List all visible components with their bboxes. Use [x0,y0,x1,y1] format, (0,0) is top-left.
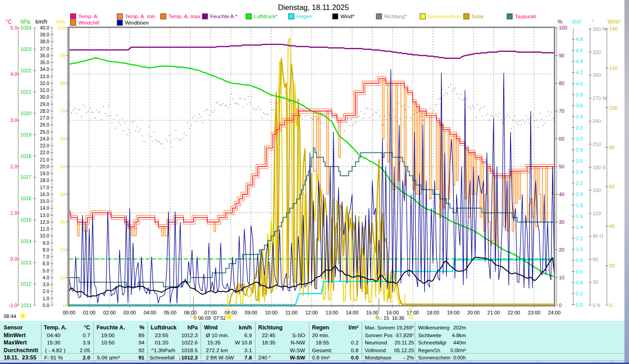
svg-text:4.6: 4.6 [576,48,583,53]
svg-text:33.0: 33.0 [40,74,50,79]
svg-text:2 Bft W-SW: 2 Bft W-SW [206,354,234,361]
svg-text:km/h: km/h [36,19,47,25]
svg-text:18.0: 18.0 [40,177,50,183]
svg-text:1022.6: 1022.6 [181,339,198,346]
svg-text:°: ° [592,19,594,25]
svg-text:89: 89 [138,332,144,339]
svg-text:0.0l/m²: 0.0l/m² [450,348,466,353]
svg-text:38.0: 38.0 [40,39,50,44]
svg-text:06:09 07:52: 06:09 07:52 [198,315,226,321]
svg-text:23:55: 23:55 [155,332,169,339]
svg-text:3.0: 3.0 [10,117,17,123]
svg-text:360 N: 360 N [593,26,606,32]
svg-text:13:00: 13:00 [326,310,338,315]
svg-text:1020: 1020 [20,111,31,116]
svg-text:8.0: 8.0 [42,247,49,253]
svg-text:50: 50 [559,164,564,169]
svg-text:Sensor: Sensor [4,324,23,331]
svg-text:W 10.8: W 10.8 [235,339,252,346]
svg-text:17.0: 17.0 [40,185,50,190]
svg-text:Sichtweite: Sichtweite [418,333,441,338]
svg-text:300: 300 [593,72,601,78]
svg-text:08:44: 08:44 [4,313,16,319]
svg-text:5.0: 5.0 [10,25,17,30]
svg-text:10: 10 [60,275,66,280]
svg-text:16:00: 16:00 [386,310,399,315]
svg-text:16.0: 16.0 [40,192,50,197]
svg-text:11:00: 11:00 [286,310,298,315]
svg-text:.15 16:36: .15 16:36 [382,315,404,321]
svg-text:6.9: 6.9 [245,332,252,339]
svg-text:0.0: 0.0 [351,354,359,361]
svg-text:26.0: 26.0 [40,122,50,127]
svg-text:Sonnenschein: Sonnenschein [418,355,450,360]
svg-text:15:35: 15:35 [207,339,221,346]
svg-text:3.0: 3.0 [576,136,583,142]
svg-text:Schneefallgr: Schneefallgr [418,340,446,345]
svg-text:60: 60 [593,257,598,262]
svg-text:70: 70 [559,108,564,114]
svg-text:Windböen: Windböen [125,20,149,25]
svg-text:4.0: 4.0 [42,275,49,280]
svg-text:Dienstag, 18.11.2025: Dienstag, 18.11.2025 [278,3,349,11]
svg-text:W-SW: W-SW [290,347,306,354]
svg-text:0.8 l/m²: 0.8 l/m² [312,354,330,361]
svg-text:km/h: km/h [239,324,252,331]
svg-text:20:00: 20:00 [467,310,480,315]
svg-text:4.8: 4.8 [576,36,583,42]
svg-text:4.2: 4.2 [576,70,583,75]
svg-text:18:35: 18:35 [262,339,276,346]
svg-text:°C: °C [84,324,90,331]
svg-text:4.4: 4.4 [576,59,583,64]
svg-text:3.0: 3.0 [42,282,49,287]
svg-text:0.2: 0.2 [576,291,583,296]
svg-text:hPa: hPa [187,324,198,331]
svg-text:W/m²: W/m² [608,19,621,25]
svg-text:240 °: 240 ° [258,354,271,361]
svg-text:14.0: 14.0 [40,205,50,211]
svg-text:9.0: 9.0 [42,240,49,246]
svg-text:3.8: 3.8 [576,92,583,97]
svg-text:7.0: 7.0 [42,254,49,259]
svg-text:29.0: 29.0 [40,101,50,107]
svg-text:Windchill: Windchill [78,20,99,25]
svg-text:Temp. A.: Temp. A. [78,14,99,19]
svg-text:0.7: 0.7 [83,332,90,339]
svg-text:01:00: 01:00 [83,310,96,315]
svg-text:1018.5: 1018.5 [181,347,198,354]
svg-text:Temp. A. min: Temp. A. min [125,14,155,19]
svg-text:180 S: 180 S [593,165,606,170]
svg-text:Mondphase: Mondphase [365,355,391,360]
svg-text:22:45: 22:45 [262,332,276,339]
svg-text:1022: 1022 [20,68,31,73]
svg-text:1.8: 1.8 [576,202,583,208]
svg-text:15:30: 15:30 [47,339,61,346]
svg-text:0: 0 [559,303,562,308]
svg-text:270 W: 270 W [593,96,607,101]
svg-text:19,269°: 19,269° [396,325,414,330]
svg-text:1.0: 1.0 [42,296,49,301]
svg-text:3.4: 3.4 [576,114,583,119]
svg-text:3.9: 3.9 [83,339,90,346]
svg-text:5.06 g/m³: 5.06 g/m³ [97,354,120,361]
svg-text:1012: 1012 [20,281,31,287]
svg-text:92: 92 [138,347,144,354]
svg-text:120: 120 [593,211,601,216]
svg-text:Temp. A. max: Temp. A. max [169,14,200,19]
svg-text:MinWert: MinWert [4,332,26,339]
svg-text:19.0: 19.0 [40,171,50,176]
svg-text:80: 80 [559,81,564,86]
svg-text:100: 100 [609,105,618,111]
svg-text:40: 40 [609,223,615,229]
svg-text:20: 20 [60,247,66,253]
svg-text:09:00: 09:00 [245,310,257,315]
svg-text:Luftdruck*: Luftdruck* [254,14,278,19]
svg-text:19:00: 19:00 [101,332,115,339]
svg-text:1018: 1018 [20,153,31,159]
svg-text:120: 120 [609,66,618,71]
svg-text:90: 90 [60,53,66,58]
svg-text:min: min [56,19,65,25]
svg-text:0: 0 [609,303,612,308]
svg-text:S-SO: S-SO [292,332,305,339]
svg-text:30: 30 [60,219,66,225]
